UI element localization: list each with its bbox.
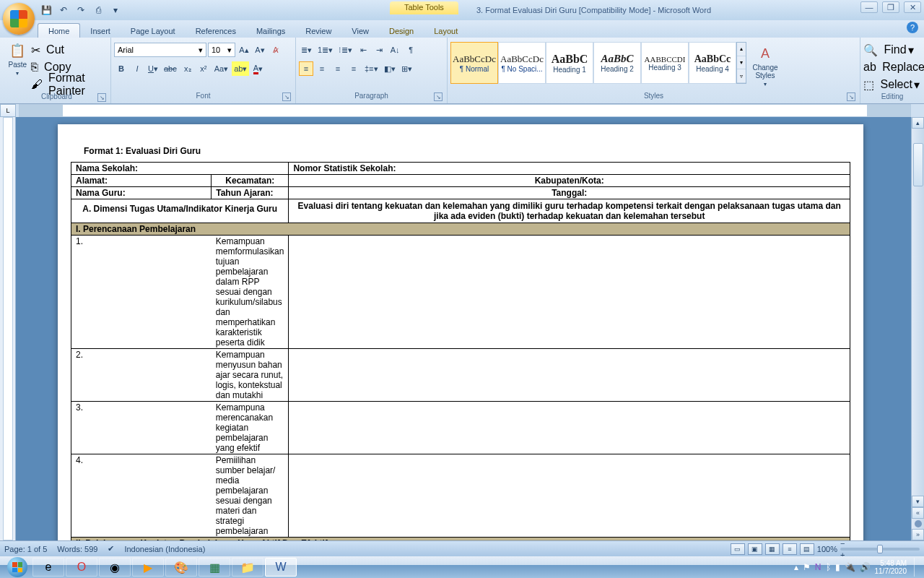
taskbar-excel[interactable]: ▦ (199, 558, 230, 577)
print-layout-view[interactable]: ▭ (731, 543, 745, 555)
style-heading2[interactable]: AaBbCHeading 2 (593, 42, 641, 84)
taskbar-word[interactable]: W (265, 558, 297, 577)
start-button[interactable] (3, 556, 32, 578)
format-painter-button[interactable]: 🖌 Format Painter (31, 77, 108, 92)
taskbar-explorer[interactable]: 📁 (232, 558, 263, 577)
taskbar-paint[interactable]: 🎨 (165, 558, 197, 577)
font-dialog-launcher[interactable]: ↘ (282, 92, 291, 101)
horizontal-ruler[interactable] (19, 104, 911, 117)
tray-onenote-icon[interactable]: N (815, 562, 821, 572)
font-size-select[interactable]: 10▾ (208, 43, 235, 57)
qat-more-icon[interactable]: ▾ (110, 4, 121, 16)
tab-home[interactable]: Home (38, 23, 80, 38)
bullets-button[interactable]: ≣▾ (299, 43, 314, 57)
undo-icon[interactable]: ↶ (58, 4, 69, 16)
tray-clock[interactable]: 5:48 AM 11/7/2020 (875, 559, 907, 575)
tray-network-icon[interactable]: ▮ (835, 562, 840, 572)
italic-button[interactable]: I (130, 61, 144, 76)
style-normal[interactable]: AaBbCcDc¶ Normal (450, 42, 498, 84)
print-icon[interactable]: ⎙ (92, 4, 104, 16)
superscript-button[interactable]: x² (196, 61, 211, 76)
font-name-select[interactable]: Arial▾ (114, 43, 206, 57)
item-text[interactable]: Kemampuan memformulasikan tujuan pembela… (212, 236, 289, 349)
minimize-button[interactable]: — (860, 1, 878, 13)
cell-nomor-statistik[interactable]: Nomor Statistik Sekolah: (289, 163, 850, 175)
scroll-up-icon[interactable]: ▴ (912, 117, 924, 129)
scroll-thumb[interactable] (913, 143, 923, 186)
proofing-icon[interactable]: ✔ (108, 544, 114, 553)
header-evaluasi[interactable]: Evaluasi diri tentang kekuatan dan kelem… (289, 199, 850, 223)
tab-design[interactable]: Design (379, 24, 424, 38)
item-text[interactable]: Kemampuna merencanakan kegiatan pembelaj… (212, 402, 289, 454)
tray-flag-icon[interactable]: ⚑ (803, 562, 811, 572)
status-language[interactable]: Indonesian (Indonesia) (124, 545, 205, 553)
styles-dialog-launcher[interactable]: ↘ (847, 92, 855, 101)
underline-button[interactable]: U▾ (146, 61, 160, 76)
tab-selector[interactable]: L (0, 104, 16, 117)
vertical-ruler[interactable] (0, 117, 16, 540)
maximize-button[interactable]: ❐ (882, 1, 899, 13)
sort-button[interactable]: A↓ (388, 43, 402, 57)
replace-button[interactable]: ab Replace (863, 59, 924, 75)
web-layout-view[interactable]: ▦ (765, 543, 780, 555)
paragraph-dialog-launcher[interactable]: ↘ (434, 92, 443, 101)
show-desktop-button[interactable] (914, 558, 921, 577)
increase-indent-button[interactable]: ⇥ (372, 43, 386, 57)
subscript-button[interactable]: x₂ (180, 61, 195, 76)
taskbar-opera[interactable]: O (66, 558, 97, 577)
tray-bluetooth-icon[interactable]: ᛒ (826, 562, 831, 572)
style-heading1[interactable]: AaBbCHeading 1 (546, 42, 593, 84)
tab-page-layout[interactable]: Page Layout (121, 24, 186, 38)
align-right-button[interactable]: ≡ (331, 61, 345, 76)
tray-volume-icon[interactable]: 🔊 (860, 562, 871, 572)
redo-icon[interactable]: ↷ (75, 4, 87, 16)
decrease-indent-button[interactable]: ⇤ (356, 43, 370, 57)
tab-layout[interactable]: Layout (424, 24, 468, 38)
help-icon[interactable]: ? (907, 22, 918, 33)
numbering-button[interactable]: 1≣▾ (315, 43, 335, 57)
section-perencanaan[interactable]: I. Perencanaan Pembelajaran (71, 223, 850, 236)
close-button[interactable]: ✕ (904, 1, 921, 13)
grow-font-button[interactable]: A▴ (237, 43, 251, 57)
cell-kecamatan[interactable]: Kecamatan: (212, 175, 289, 187)
item-num[interactable]: 3. (71, 402, 212, 454)
taskbar-ie[interactable]: e (32, 558, 64, 577)
cell-nama-sekolah[interactable]: Nama Sekolah: (71, 163, 289, 175)
style-heading4[interactable]: AaBbCcHeading 4 (689, 42, 736, 84)
status-words[interactable]: Words: 599 (57, 545, 97, 553)
shrink-font-button[interactable]: A▾ (253, 43, 267, 57)
font-color-button[interactable]: A▾ (250, 61, 265, 76)
item-num[interactable]: 1. (71, 236, 212, 349)
cell-nama-guru[interactable]: Nama Guru: (71, 187, 212, 199)
tab-references[interactable]: References (186, 24, 246, 38)
zoom-slider[interactable] (840, 548, 920, 551)
item-eval[interactable] (289, 454, 850, 538)
tab-insert[interactable]: Insert (80, 24, 121, 38)
item-text[interactable]: Kemampuan menyusun bahan ajar secara run… (212, 349, 289, 402)
justify-button[interactable]: ≡ (346, 61, 361, 76)
borders-button[interactable]: ⊞▾ (399, 61, 414, 76)
item-text[interactable]: Pemiilihan sumber belajar/ media pembela… (212, 454, 289, 538)
taskbar-media[interactable]: ▶ (132, 558, 164, 577)
item-eval[interactable] (289, 236, 850, 349)
cell-alamat[interactable]: Alamat: (71, 175, 212, 187)
show-marks-button[interactable]: ¶ (404, 43, 418, 57)
item-eval[interactable] (289, 349, 850, 402)
outline-view[interactable]: ≡ (783, 543, 797, 555)
tab-view[interactable]: View (341, 24, 379, 38)
cell-tahun-ajaran[interactable]: Tahun Ajaran: (212, 187, 289, 199)
header-dimensi[interactable]: A. Dimensi Tugas Utama/Indikator Kinerja… (71, 199, 289, 223)
item-num[interactable]: 2. (71, 349, 212, 402)
cell-tanggal[interactable]: Tanggal: (289, 187, 850, 199)
browse-object-icon[interactable] (915, 520, 922, 527)
tab-review[interactable]: Review (295, 24, 341, 38)
tray-power-icon[interactable]: 🔌 (845, 562, 855, 572)
shading-button[interactable]: ◧▾ (382, 61, 398, 76)
select-button[interactable]: ⬚ Select▾ (863, 77, 920, 92)
highlight-button[interactable]: ab▾ (232, 61, 249, 76)
full-screen-view[interactable]: ▣ (748, 543, 762, 555)
status-page[interactable]: Page: 1 of 5 (4, 545, 47, 553)
scroll-down-icon[interactable]: ▾ (912, 496, 924, 507)
save-icon[interactable]: 💾 (40, 4, 52, 16)
cell-kabupaten[interactable]: Kabupaten/Kota: (289, 175, 850, 187)
